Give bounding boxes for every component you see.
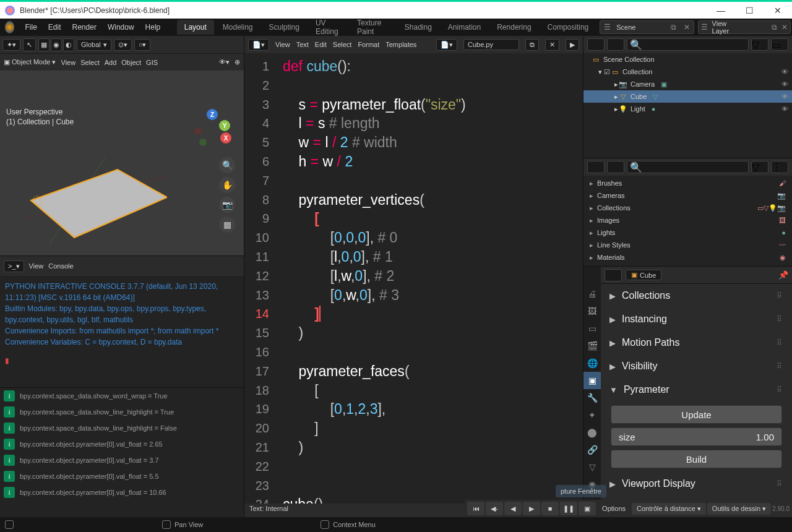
stop-icon[interactable]: ■: [541, 502, 559, 515]
te-menu-select[interactable]: Select: [333, 41, 352, 48]
te-menu-edit[interactable]: Edit: [315, 41, 327, 48]
section-motion[interactable]: ▶Motion Paths⠿: [605, 331, 788, 354]
coll-display[interactable]: [607, 161, 624, 173]
axis-neg[interactable]: [194, 127, 202, 135]
tab-physics[interactable]: ⬤: [583, 424, 601, 441]
te-menu-format[interactable]: Format: [358, 41, 379, 48]
tab-render[interactable]: 🖨: [583, 285, 601, 302]
vp-menu-view[interactable]: View: [61, 59, 76, 66]
props-breadcrumb[interactable]: ▣ Cube: [626, 270, 661, 280]
te-menu-text[interactable]: Text: [296, 41, 309, 48]
tab-data[interactable]: ▽: [583, 458, 601, 476]
axis-x[interactable]: X: [220, 132, 231, 144]
mode-select[interactable]: ▣ Object Mode ▾: [4, 58, 56, 66]
tab-object[interactable]: ▣: [583, 372, 601, 389]
section-instancing[interactable]: ▶Instancing⠿: [605, 307, 788, 331]
editor-type-selector[interactable]: ✦▾: [2, 39, 20, 51]
coll-opts[interactable]: ⋮: [771, 161, 788, 173]
vp-menu-object[interactable]: Object: [121, 59, 141, 66]
jump-start-icon[interactable]: ⏮: [467, 502, 484, 515]
vp-menu-gis[interactable]: GIS: [146, 59, 158, 66]
console-editor-type[interactable]: >_▾: [4, 260, 24, 272]
overlay-toggle[interactable]: ⊕: [235, 58, 240, 66]
tab-animation[interactable]: Animation: [441, 20, 488, 35]
pause-icon[interactable]: ❚❚: [560, 502, 577, 515]
tab-viewlayer[interactable]: ▭: [583, 320, 601, 337]
visibility-toggle[interactable]: 👁▾: [219, 58, 230, 66]
props-type[interactable]: [605, 269, 622, 281]
zoom-icon[interactable]: 🔍: [219, 157, 235, 173]
section-collections[interactable]: ▶Collections⠿: [605, 284, 788, 307]
vp-menu-select[interactable]: Select: [80, 59, 100, 66]
axis-y[interactable]: Y: [219, 120, 230, 131]
tab-world[interactable]: 🌐: [583, 354, 601, 372]
tab-compositing[interactable]: Compositing: [540, 20, 596, 35]
prev-key-icon[interactable]: ◀-: [486, 502, 503, 515]
te-menu-view[interactable]: View: [275, 41, 290, 48]
tab-output[interactable]: 🖼: [583, 302, 601, 320]
outliner-display[interactable]: [607, 38, 624, 51]
visibility-icon[interactable]: 👁: [781, 80, 788, 88]
viewlayer-delete-icon[interactable]: ✕: [780, 23, 790, 32]
proportional[interactable]: ○▾: [134, 39, 151, 51]
menu-render[interactable]: Render: [67, 20, 101, 34]
minimize-button[interactable]: —: [707, 1, 735, 20]
section-viewport-display[interactable]: ▶Viewport Display⠿: [605, 472, 788, 496]
vp-menu-add[interactable]: Add: [105, 59, 117, 66]
tab-rendering[interactable]: Rendering: [489, 20, 538, 35]
tab-particles[interactable]: ✦: [583, 406, 601, 424]
maximize-button[interactable]: ☐: [735, 1, 764, 20]
te-editor-type[interactable]: 📄▾: [248, 39, 269, 51]
cursor-tool[interactable]: ↖: [23, 38, 36, 51]
options-menu[interactable]: Options: [597, 505, 631, 512]
axis-z[interactable]: Z: [207, 109, 218, 120]
viewport-canvas[interactable]: User Perspective (1) Collection | Cube Z…: [0, 71, 244, 255]
scene-delete-icon[interactable]: ✕: [680, 23, 694, 32]
play-rev-icon[interactable]: ◀: [504, 502, 522, 515]
pin-icon[interactable]: 📌: [778, 270, 788, 280]
tab-modeling[interactable]: Modeling: [215, 20, 260, 35]
te-new-icon[interactable]: ⧉: [525, 39, 539, 51]
orientation-select[interactable]: Global ▾: [77, 39, 111, 51]
outliner-filter[interactable]: ▽: [751, 38, 768, 51]
snap-select[interactable]: ⊙▾: [114, 39, 132, 51]
outliner-tree[interactable]: ▭Scene Collection ▾ ☑ ▭Collection👁 ▸ 📷Ca…: [583, 53, 792, 158]
scene-selector[interactable]: ☰ Scene ⧉ ✕: [600, 20, 694, 34]
present-icon[interactable]: ▣: [579, 502, 596, 515]
outliner-new-collection[interactable]: ▭: [771, 38, 788, 51]
visibility-icon[interactable]: 👁: [781, 93, 788, 100]
navigation-gizmo[interactable]: Z Y X: [194, 109, 231, 146]
update-button[interactable]: Update: [611, 405, 782, 424]
size-field[interactable]: size1.00: [611, 427, 782, 446]
code-content[interactable]: def cube(): s = pyrameter_float("size") …: [275, 53, 583, 504]
menu-edit[interactable]: Edit: [43, 20, 66, 34]
remote-dropdown[interactable]: Contrôle à distance ▾: [632, 503, 706, 515]
viewlayer-new-icon[interactable]: ⧉: [769, 23, 780, 32]
te-menu-templates[interactable]: Templates: [385, 41, 416, 48]
console-menu-view[interactable]: View: [29, 262, 44, 270]
play-icon[interactable]: ▶: [523, 502, 540, 515]
python-console[interactable]: PYTHON INTERACTIVE CONSOLE 3.7.7 (defaul…: [0, 276, 244, 387]
tools-dropdown[interactable]: Outils de dessin ▾: [707, 503, 771, 515]
outliner-type[interactable]: [587, 38, 605, 51]
tab-shading[interactable]: Shading: [397, 20, 439, 35]
build-button[interactable]: Build: [611, 450, 782, 468]
perspective-icon[interactable]: ▦: [219, 217, 235, 233]
te-run-icon[interactable]: ▶: [566, 39, 579, 51]
select-lasso[interactable]: ◐: [63, 38, 74, 51]
menu-window[interactable]: Window: [103, 20, 139, 34]
mesh-plane[interactable]: [25, 157, 167, 244]
menu-help[interactable]: Help: [140, 20, 166, 34]
visibility-icon[interactable]: 👁: [781, 105, 788, 113]
blender-logo-icon[interactable]: [5, 21, 14, 33]
pan-icon[interactable]: ✋: [219, 177, 235, 193]
tab-layout[interactable]: Layout: [177, 20, 214, 35]
console-menu-console[interactable]: Console: [48, 262, 73, 270]
section-visibility[interactable]: ▶Visibility⠿: [605, 354, 788, 378]
select-circle[interactable]: ◉: [51, 38, 62, 51]
menu-file[interactable]: File: [20, 20, 42, 34]
3d-viewport[interactable]: ✦▾ ↖ ▦ ◉ ◐ Global ▾ ⊙▾ ○▾ ▣ Object Mode …: [0, 36, 244, 255]
viewlayer-selector[interactable]: ☰ View Layer ⧉ ✕: [698, 20, 791, 34]
te-unlink-icon[interactable]: ✕: [545, 39, 559, 51]
section-pyrameter[interactable]: ▼Pyrameter⠿: [605, 378, 788, 401]
